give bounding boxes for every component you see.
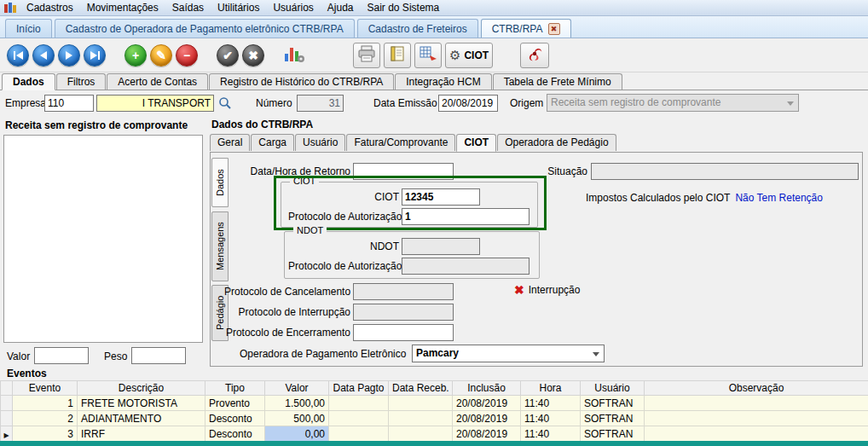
tab-geral[interactable]: Geral	[210, 134, 250, 151]
tab-tabela-frete-minimo[interactable]: Tabela de Frete Mínimo	[493, 73, 622, 90]
ndot-field[interactable]	[402, 238, 480, 255]
footer-bar	[0, 441, 868, 446]
first-record-button[interactable]	[7, 44, 29, 67]
col-usuario: Usuário	[581, 381, 645, 396]
tab-integracao-hcm[interactable]: Integração HCM	[395, 73, 491, 90]
menu-usuarios[interactable]: Usuários	[266, 1, 320, 14]
interrupcao-label: Protocolo de Interrupção	[224, 306, 350, 318]
empresa-code-field[interactable]	[44, 95, 94, 112]
interrupcao-indicator: ✖ Interrupção	[514, 284, 580, 296]
valor-label: Valor	[7, 350, 30, 362]
cancel-button[interactable]: ✖	[242, 44, 264, 67]
ciot-button[interactable]: ⚙ CIOT	[445, 43, 493, 68]
protocolo-autorizacao-label: Protocolo de Autorização	[288, 211, 399, 223]
last-record-button[interactable]	[84, 44, 106, 67]
search-icon[interactable]	[218, 96, 232, 113]
next-record-button[interactable]	[58, 44, 80, 67]
menu-cadastros[interactable]: Cadastros	[20, 1, 80, 14]
event-row[interactable]: 2 ADIANTAMENTO Desconto 500,00 20/08/201…	[1, 411, 868, 426]
add-record-button[interactable]: +	[124, 44, 147, 67]
empresa-name-field[interactable]	[96, 95, 214, 112]
printer-icon	[357, 45, 376, 65]
tab-inicio[interactable]: Início	[5, 19, 52, 38]
ciot-field-label: CIOT	[314, 191, 399, 203]
retorno-field[interactable]	[353, 163, 454, 180]
current-row-arrow-icon: ▶	[3, 432, 9, 439]
receita-panel: Receita sem registro de comprovante Valo…	[2, 118, 206, 367]
numero-label: Número	[256, 97, 292, 109]
tab-ciot[interactable]: CIOT	[456, 134, 496, 152]
peso-field[interactable]	[131, 347, 186, 364]
data-emissao-field[interactable]	[438, 95, 498, 112]
tab-usuario[interactable]: Usuário	[295, 134, 345, 151]
confirm-button[interactable]: ✔	[217, 44, 239, 67]
app-icon	[3, 2, 18, 14]
ctrb-panel-title: Dados do CTRB/RPA	[211, 119, 313, 130]
side-tab-mensagens[interactable]: Mensagens	[211, 211, 229, 281]
event-row[interactable]: 1 FRETE MOTORISTA Provento 1.500,00 20/0…	[1, 396, 868, 411]
operadora-combo[interactable]: Pamcary	[412, 345, 605, 362]
col-inclusao: Inclusão	[453, 381, 521, 396]
print-button[interactable]	[353, 43, 380, 68]
tab-fatura-comprovante[interactable]: Fatura/Comprovante	[346, 134, 455, 151]
impostos-label: Impostos Calculados pelo CIOT	[586, 192, 730, 204]
tab-carga[interactable]: Carga	[251, 134, 294, 151]
selected-cell[interactable]: 0,00	[265, 426, 329, 442]
tab-cadastro-operadora[interactable]: Cadastro de Operadora de Pagamento eletr…	[55, 19, 355, 38]
ndot-protocolo-field[interactable]	[402, 258, 529, 275]
ciot-tab-content: Dados Mensagens Pedágio Data/Hora de Ret…	[210, 152, 863, 367]
close-tab-icon[interactable]: ✖	[548, 23, 560, 35]
previous-record-button[interactable]	[32, 44, 55, 67]
ctrb-panel: Dados do CTRB/RPA Geral Carga Usuário Fa…	[208, 118, 866, 367]
brand-button[interactable]	[520, 43, 549, 68]
situacao-field[interactable]	[591, 163, 859, 180]
report-button[interactable]	[384, 43, 411, 68]
side-tab-dados[interactable]: Dados	[211, 158, 229, 207]
tab-registro-historico[interactable]: Registro de Histórico do CTRB/RPA	[209, 73, 394, 90]
tab-dados[interactable]: Dados	[2, 73, 55, 90]
eventos-grid: Evento Descrição Tipo Valor Data Pagto D…	[0, 380, 868, 442]
grid-header-row: Evento Descrição Tipo Valor Data Pagto D…	[1, 381, 868, 396]
impostos-status-link[interactable]: Não Tem Retenção	[735, 192, 823, 204]
col-hora: Hora	[521, 381, 581, 396]
edit-record-button[interactable]: ✎	[150, 44, 172, 67]
data-emissao-label: Data Emissão	[373, 97, 437, 109]
menu-movimentacoes[interactable]: Movimentações	[80, 1, 165, 14]
main-tab-strip: Dados Filtros Acerto de Contas Registro …	[0, 73, 868, 90]
tab-ctrb-rpa[interactable]: CTRB/RPA ✖	[481, 19, 571, 38]
menu-ajuda[interactable]: Ajuda	[321, 1, 361, 14]
encerramento-field[interactable]	[353, 324, 454, 341]
ctrb-tab-strip: Geral Carga Usuário Fatura/Comprovante C…	[210, 134, 617, 151]
row-indicator	[1, 411, 13, 426]
chart-settings-icon[interactable]	[283, 43, 305, 67]
event-row[interactable]: ▶ 3 IRRF Desconto 0,00 20/08/2019 11:40 …	[1, 426, 868, 442]
numero-field[interactable]	[297, 95, 344, 112]
origem-label: Origem	[510, 97, 543, 109]
tab-filtros[interactable]: Filtros	[56, 73, 107, 90]
tab-cadastro-freteiros[interactable]: Cadastro de Freteiros	[357, 19, 478, 38]
export-grid-button[interactable]	[414, 43, 442, 68]
empresa-label: Empresa	[5, 97, 46, 109]
col-descricao: Descrição	[78, 381, 205, 396]
cancelamento-field[interactable]	[353, 283, 454, 300]
col-evento: Evento	[13, 381, 78, 396]
menu-saidas[interactable]: Saídas	[165, 1, 211, 14]
interrupcao-field[interactable]	[353, 304, 454, 321]
receita-list-area[interactable]	[3, 135, 203, 343]
ndot-protocolo-label: Protocolo de Autorização	[288, 260, 399, 272]
tab-acerto-de-contas[interactable]: Acerto de Contas	[107, 73, 208, 90]
page-tab-bar: Início Cadastro de Operadora de Pagament…	[0, 16, 868, 38]
receita-panel-title: Receita sem registro de comprovante	[5, 119, 188, 131]
menu-sair-do-sistema[interactable]: Sair do Sistema	[361, 1, 447, 14]
ciot-field[interactable]	[402, 188, 480, 206]
cancelamento-label: Protocolo de Cancelamento	[224, 286, 350, 298]
origem-combo[interactable]: Receita sem registro de comprovante	[547, 94, 799, 112]
delete-record-button[interactable]: −	[176, 44, 198, 67]
ndot-field-label: NDOT	[348, 240, 399, 252]
menu-bar: Cadastros Movimentações Saídas Utilitári…	[0, 0, 868, 16]
protocolo-autorizacao-field[interactable]	[402, 208, 529, 225]
valor-field[interactable]	[34, 347, 89, 364]
menu-utilitarios[interactable]: Utilitários	[211, 1, 266, 14]
tab-operadora-pedagio[interactable]: Operadora de Pedágio	[497, 134, 616, 151]
brand-logo-icon	[524, 44, 545, 66]
